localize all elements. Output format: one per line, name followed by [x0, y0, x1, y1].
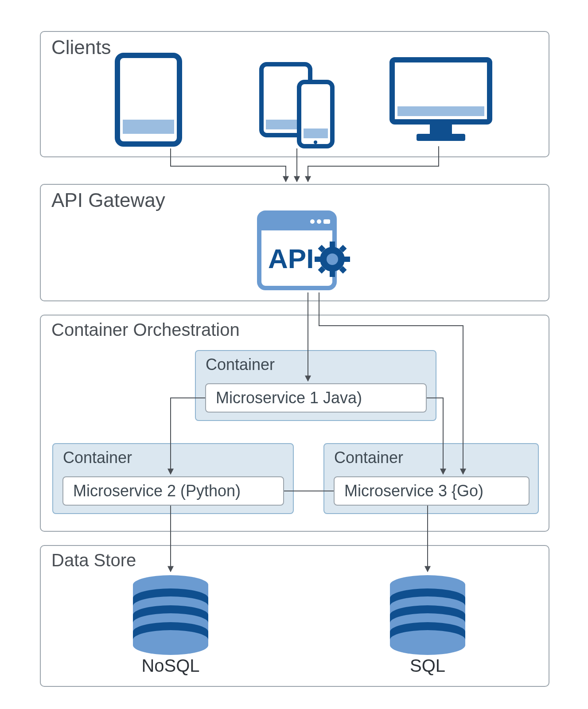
tablet-icon: [113, 51, 184, 148]
svg-rect-21: [330, 242, 335, 248]
container-2-title: Container: [63, 448, 132, 467]
sql-db-icon: [386, 572, 470, 656]
svg-rect-23: [315, 257, 321, 262]
section-data-store: Data Store: [40, 545, 549, 687]
svg-point-43: [133, 635, 208, 655]
clients-title: Clients: [51, 36, 111, 58]
nosql-db-icon: [129, 572, 213, 656]
api-icon: API: [255, 208, 352, 292]
container-1-title: Container: [206, 355, 275, 374]
svg-rect-22: [330, 271, 335, 277]
svg-point-20: [327, 253, 338, 265]
svg-rect-11: [417, 134, 465, 141]
orchestration-title: Container Orchestration: [51, 320, 240, 340]
svg-text:API: API: [268, 243, 314, 274]
microservice-2: Microservice 2 (Python): [62, 476, 284, 506]
data-store-title: Data Store: [51, 550, 136, 570]
svg-point-7: [314, 140, 317, 144]
svg-rect-9: [397, 106, 484, 116]
svg-point-16: [317, 219, 321, 224]
svg-point-58: [390, 635, 465, 655]
svg-rect-10: [430, 124, 452, 134]
svg-rect-14: [259, 226, 335, 230]
mobile-devices-icon: [257, 60, 337, 148]
container-3-title: Container: [334, 448, 403, 467]
sql-label: SQL: [399, 656, 456, 676]
svg-point-15: [310, 219, 315, 224]
svg-rect-24: [344, 257, 350, 262]
nosql-label: NoSQL: [133, 656, 208, 676]
svg-rect-1: [123, 120, 174, 134]
microservice-3: Microservice 3 {Go): [334, 476, 530, 506]
microservice-1: Microservice 1 Java): [205, 383, 427, 413]
monitor-icon: [386, 53, 496, 146]
svg-rect-6: [304, 129, 328, 138]
svg-rect-17: [323, 219, 330, 224]
svg-point-2: [146, 136, 151, 141]
api-gateway-title: API Gateway: [51, 189, 165, 211]
